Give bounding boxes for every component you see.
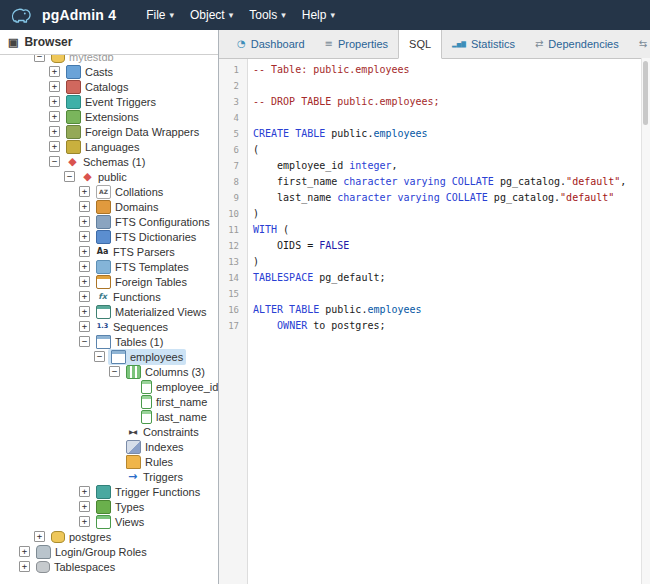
tree-item-schemas-1[interactable]: −Schemas (1)	[0, 154, 218, 169]
tree-item-sequences[interactable]: +Sequences	[0, 319, 218, 334]
expander-icon[interactable]: +	[49, 66, 60, 77]
expander-icon[interactable]: −	[79, 336, 90, 347]
tree-item-foreign-tables[interactable]: +Foreign Tables	[0, 274, 218, 289]
object-tree-container[interactable]: −mytestdb+Casts+Catalogs+Event Triggers+…	[0, 55, 218, 584]
line-number: 13	[219, 254, 247, 270]
tree-item-triggers[interactable]: Triggers	[0, 469, 218, 484]
expander-icon[interactable]: +	[79, 276, 90, 287]
line-number: 6	[219, 142, 247, 158]
sql-editor[interactable]: 1-- Table: public.employees2 3-- DROP TA…	[219, 59, 650, 584]
tree-item-tablespaces[interactable]: +Tablespaces	[0, 559, 218, 574]
tree-item-views[interactable]: +Views	[0, 514, 218, 529]
expander-icon[interactable]: +	[79, 201, 90, 212]
dependents-icon: ⇆	[639, 39, 647, 49]
tree-item-indexes[interactable]: Indexes	[0, 439, 218, 454]
vertical-scrollbar[interactable]	[641, 58, 650, 584]
expander-icon[interactable]: +	[79, 501, 90, 512]
expander-icon[interactable]: +	[79, 261, 90, 272]
tree-item-tables-1[interactable]: −Tables (1)	[0, 334, 218, 349]
tree-item-last-name[interactable]: last_name	[0, 409, 218, 424]
expander-icon[interactable]: +	[34, 531, 45, 542]
tree-item-postgres[interactable]: +postgres	[0, 529, 218, 544]
tree-item-employee-id[interactable]: employee_id	[0, 379, 218, 394]
tree-item-collations[interactable]: +Collations	[0, 184, 218, 199]
expander-icon[interactable]: +	[79, 516, 90, 527]
expander-icon[interactable]: −	[109, 366, 120, 377]
tree-item-extensions[interactable]: +Extensions	[0, 109, 218, 124]
roles-icon	[36, 545, 51, 559]
tree-item-languages[interactable]: +Languages	[0, 139, 218, 154]
menu-tools[interactable]: Tools▾	[241, 0, 294, 30]
tree-item-login-group-roles[interactable]: +Login/Group Roles	[0, 544, 218, 559]
expander-icon[interactable]: +	[49, 141, 60, 152]
sql-token: (	[277, 224, 289, 235]
tree-item-event-triggers[interactable]: +Event Triggers	[0, 94, 218, 109]
expander-icon[interactable]: +	[49, 126, 60, 137]
expander-icon[interactable]: −	[49, 156, 60, 167]
expander-icon[interactable]: −	[94, 351, 105, 362]
expander-icon[interactable]: +	[79, 216, 90, 227]
tab-dashboard[interactable]: ◔Dashboard	[227, 30, 315, 58]
tree-item-label: Indexes	[145, 441, 184, 453]
sql-code: employee_id integer,	[247, 158, 398, 174]
tree-item-public[interactable]: −public	[0, 169, 218, 184]
scrollbar-thumb[interactable]	[643, 61, 648, 125]
sql-token: COLLATE	[452, 176, 494, 187]
tree-label-chip: Indexes	[123, 439, 187, 455]
expander-icon[interactable]: +	[19, 561, 30, 572]
expander-icon[interactable]: +	[49, 111, 60, 122]
fts-template-icon	[96, 260, 111, 274]
menu-label: Help	[302, 8, 327, 22]
tree-item-casts[interactable]: +Casts	[0, 64, 218, 79]
tree-item-constraints[interactable]: Constraints	[0, 424, 218, 439]
expander-icon[interactable]: +	[79, 246, 90, 257]
sql-code: (	[247, 142, 259, 158]
tree-item-fts-configurations[interactable]: +FTS Configurations	[0, 214, 218, 229]
tree-label-chip: Collations	[93, 184, 166, 200]
tree-item-trigger-functions[interactable]: +Trigger Functions	[0, 484, 218, 499]
expander-icon[interactable]: −	[64, 171, 75, 182]
sql-token: integer	[349, 160, 391, 171]
indexes-icon	[126, 440, 141, 454]
tree-item-functions[interactable]: +Functions	[0, 289, 218, 304]
functions-icon	[96, 291, 109, 303]
tree-item-fts-templates[interactable]: +FTS Templates	[0, 259, 218, 274]
tab-dependents[interactable]: ⇆Dependents	[629, 30, 650, 58]
tree-item-fts-dictionaries[interactable]: +FTS Dictionaries	[0, 229, 218, 244]
tree-item-first-name[interactable]: first_name	[0, 394, 218, 409]
tab-properties[interactable]: ≡Properties	[315, 30, 399, 58]
tree-item-label: Functions	[113, 291, 161, 303]
expander-icon[interactable]: +	[49, 81, 60, 92]
tab-dependencies[interactable]: ⇄Dependencies	[525, 30, 629, 58]
tab-statistics[interactable]: ▂▅▇Statistics	[442, 30, 525, 58]
tree-item-types[interactable]: +Types	[0, 499, 218, 514]
sql-token: )	[253, 208, 259, 219]
tree-item-fts-parsers[interactable]: +FTS Parsers	[0, 244, 218, 259]
expander-icon[interactable]: +	[79, 231, 90, 242]
tree-label-chip: Tablespaces	[33, 560, 118, 574]
menu-file[interactable]: File▾	[138, 0, 182, 30]
table-icon	[111, 350, 126, 364]
tree-item-catalogs[interactable]: +Catalogs	[0, 79, 218, 94]
tree-item-rules[interactable]: Rules	[0, 454, 218, 469]
expander-icon[interactable]: +	[79, 291, 90, 302]
views-icon	[96, 515, 111, 529]
tree-item-employees[interactable]: −employees	[0, 349, 218, 364]
tree-item-materialized-views[interactable]: +Materialized Views	[0, 304, 218, 319]
expander-icon[interactable]: +	[19, 546, 30, 557]
tree-label-chip: Constraints	[123, 425, 202, 439]
expander-icon[interactable]: +	[79, 486, 90, 497]
expander-icon[interactable]: −	[34, 55, 45, 62]
expander-icon[interactable]: +	[79, 321, 90, 332]
tree-label-chip: FTS Dictionaries	[93, 229, 199, 245]
tree-item-domains[interactable]: +Domains	[0, 199, 218, 214]
tree-item-foreign-data-wrappers[interactable]: +Foreign Data Wrappers	[0, 124, 218, 139]
tab-sql[interactable]: SQL	[398, 30, 442, 59]
menu-object[interactable]: Object▾	[182, 0, 241, 30]
menu-help[interactable]: Help▾	[294, 0, 343, 30]
expander-icon[interactable]: +	[79, 186, 90, 197]
expander-icon[interactable]: +	[79, 306, 90, 317]
tree-item-mytestdb[interactable]: −mytestdb	[0, 55, 218, 64]
tree-item-columns-3[interactable]: −Columns (3)	[0, 364, 218, 379]
expander-icon[interactable]: +	[49, 96, 60, 107]
